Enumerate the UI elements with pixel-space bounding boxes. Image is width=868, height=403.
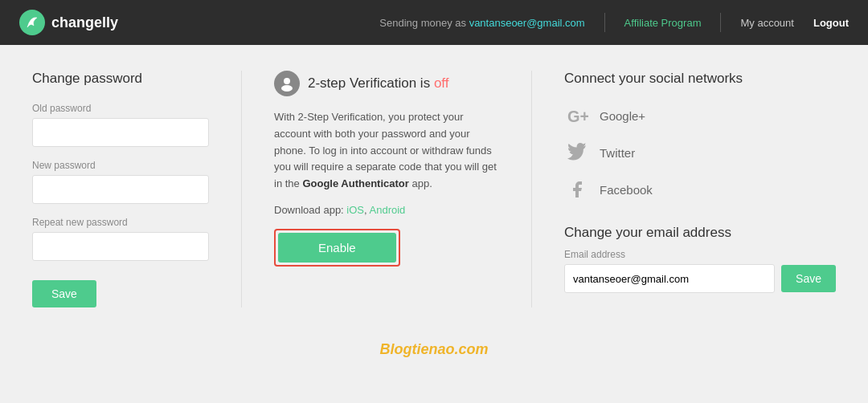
repeat-password-group: Repeat new password bbox=[32, 217, 209, 261]
header-divider bbox=[604, 13, 605, 32]
svg-text:G+: G+ bbox=[567, 108, 588, 125]
change-password-title: Change password bbox=[32, 71, 209, 87]
svg-point-1 bbox=[284, 78, 290, 84]
google-icon: G+ bbox=[564, 103, 590, 128]
logout-button[interactable]: Logout bbox=[813, 17, 849, 29]
header-divider-2 bbox=[720, 13, 721, 32]
main-content: Change password Old password New passwor… bbox=[0, 45, 868, 333]
social-item-facebook[interactable]: Facebook bbox=[564, 177, 836, 202]
logo-text: changelly bbox=[51, 14, 118, 31]
my-account-link[interactable]: My account bbox=[740, 17, 793, 29]
new-password-input[interactable] bbox=[32, 175, 209, 204]
email-address-input[interactable] bbox=[564, 264, 775, 293]
social-list: G+ Google+ Twitter bbox=[564, 103, 836, 202]
email-row: Save bbox=[564, 264, 836, 293]
new-password-group: New password bbox=[32, 160, 209, 204]
social-item-twitter[interactable]: Twitter bbox=[564, 140, 836, 165]
android-link[interactable]: Android bbox=[370, 204, 406, 216]
download-links: Download app: iOS, Android bbox=[274, 204, 499, 216]
enable-button-wrapper: Enable bbox=[274, 229, 400, 267]
google-auth-text: Google Authenticator bbox=[302, 177, 408, 189]
old-password-label: Old password bbox=[32, 103, 209, 114]
col-divider-1 bbox=[241, 71, 242, 307]
twostep-icon bbox=[274, 71, 300, 96]
twostep-status: off bbox=[434, 75, 449, 91]
facebook-icon bbox=[564, 177, 590, 202]
twitter-label: Twitter bbox=[600, 146, 635, 160]
twostep-header: 2-step Verification is off bbox=[274, 71, 499, 96]
repeat-password-input[interactable] bbox=[32, 232, 209, 261]
twitter-icon bbox=[564, 140, 590, 165]
social-title: Connect your social networks bbox=[564, 71, 836, 87]
header: changelly Sending money as vantanseoer@g… bbox=[0, 0, 868, 45]
email-section-title: Change your email address bbox=[564, 225, 836, 241]
affiliate-link[interactable]: Affiliate Program bbox=[624, 17, 702, 29]
svg-point-2 bbox=[281, 85, 293, 92]
sending-money-text: Sending money as vantanseoer@gmail.com bbox=[379, 17, 584, 29]
new-password-label: New password bbox=[32, 160, 209, 171]
repeat-password-label: Repeat new password bbox=[32, 217, 209, 228]
col-divider-2 bbox=[531, 71, 532, 307]
old-password-input[interactable] bbox=[32, 118, 209, 147]
old-password-group: Old password bbox=[32, 103, 209, 147]
logo-icon bbox=[19, 10, 45, 35]
logo[interactable]: changelly bbox=[19, 10, 118, 35]
twostep-description: With 2-Step Verification, you protect yo… bbox=[274, 109, 499, 193]
email-address-label: Email address bbox=[564, 249, 836, 260]
twostep-title: 2-step Verification is off bbox=[308, 75, 448, 92]
save-password-button[interactable]: Save bbox=[32, 280, 96, 307]
user-email: vantanseoer@gmail.com bbox=[469, 17, 585, 29]
save-email-button[interactable]: Save bbox=[781, 265, 836, 292]
facebook-label: Facebook bbox=[600, 183, 653, 197]
google-label: Google+ bbox=[600, 109, 645, 123]
change-password-section: Change password Old password New passwor… bbox=[32, 71, 209, 307]
twostep-section: 2-step Verification is off With 2-Step V… bbox=[274, 71, 499, 307]
watermark: Blogtienao.com bbox=[0, 341, 868, 358]
enable-2step-button[interactable]: Enable bbox=[278, 233, 396, 263]
header-right: Sending money as vantanseoer@gmail.com A… bbox=[379, 13, 849, 32]
social-section: Connect your social networks G+ Google+ bbox=[564, 71, 836, 307]
social-item-google[interactable]: G+ Google+ bbox=[564, 103, 836, 128]
ios-link[interactable]: iOS bbox=[346, 204, 364, 216]
